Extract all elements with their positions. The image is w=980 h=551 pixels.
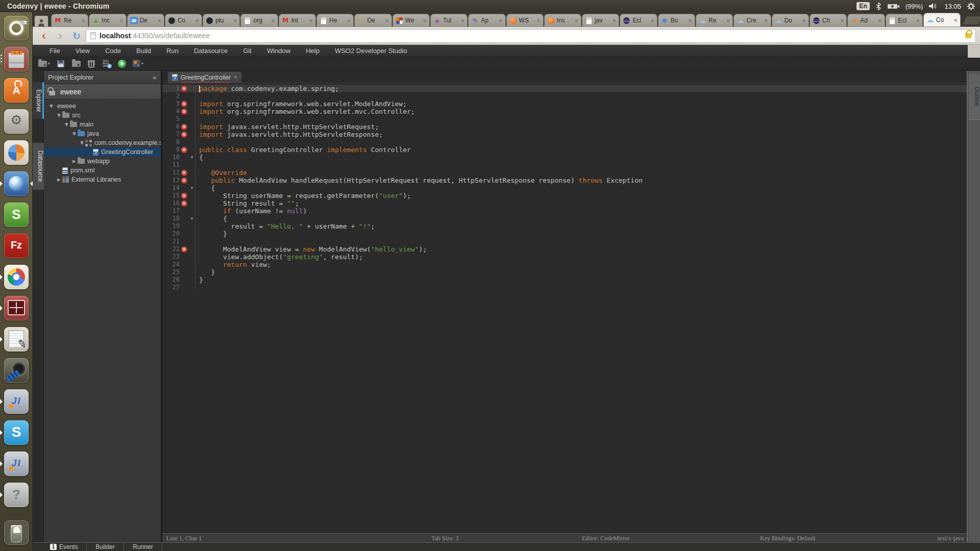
code-line[interactable]: 19 result = "Hello, " + userName + "!";	[162, 222, 967, 230]
menu-build[interactable]: Build	[129, 47, 159, 55]
browser-tab[interactable]: Bu×	[658, 14, 695, 27]
tab-explorer[interactable]: Explorer	[33, 82, 44, 119]
browser-tab[interactable]: Ecl×	[886, 14, 923, 27]
tab-close-icon[interactable]: ×	[81, 17, 88, 24]
workspace-row[interactable]: eweee	[44, 84, 161, 99]
tree-item-pom-xml[interactable]: pom.xml	[44, 166, 161, 175]
forward-button[interactable]: ›	[53, 29, 67, 42]
code-line[interactable]: 15× String userName = request.getParamet…	[162, 192, 967, 199]
session-gear-icon[interactable]	[967, 3, 975, 10]
bluetooth-icon[interactable]	[876, 3, 881, 10]
code-line[interactable]: 2	[162, 92, 967, 100]
browser-tab[interactable]: Co×	[165, 14, 202, 27]
error-marker-icon[interactable]: ×	[181, 147, 187, 153]
code-line[interactable]: 12× @Override	[162, 169, 967, 177]
browser-tab[interactable]: Cre×	[733, 14, 771, 27]
tab-close-icon[interactable]: ×	[535, 17, 543, 24]
browser-tab[interactable]: org×	[240, 14, 278, 27]
dropdown-caret-icon[interactable]: ▾	[48, 61, 50, 66]
battery-icon[interactable]	[887, 3, 899, 10]
tree-toggle-icon[interactable]: ▼	[71, 131, 78, 136]
code-line[interactable]: 3×import org.springframework.web.servlet…	[162, 100, 967, 108]
browser-tab[interactable]: Ins×	[544, 14, 581, 27]
close-project-button[interactable]	[70, 58, 82, 69]
browser-tab[interactable]: Re×	[696, 14, 733, 27]
menu-help[interactable]: Help	[298, 47, 327, 55]
tab-close-icon[interactable]: ×	[763, 17, 771, 24]
tab-close-icon[interactable]: ×	[649, 17, 657, 24]
browser-tab[interactable]: Ad×	[847, 14, 885, 27]
launcher-software-center[interactable]	[0, 78, 33, 103]
tab-close-icon[interactable]: ×	[384, 17, 391, 24]
delete-item-button[interactable]	[85, 58, 97, 69]
menu-window[interactable]: Window	[259, 47, 298, 55]
tab-close-icon[interactable]: ×	[460, 17, 468, 24]
tree-toggle-icon[interactable]: ▼	[79, 140, 85, 145]
run-button[interactable]	[116, 58, 128, 69]
tree-toggle-icon[interactable]: ▶	[71, 159, 78, 164]
browser-tab[interactable]: Inc×	[89, 14, 126, 27]
reload-button[interactable]: ↻	[69, 29, 84, 42]
code-line[interactable]: 11	[162, 161, 967, 169]
tab-outline[interactable]: Outline	[968, 74, 980, 120]
tab-close-icon[interactable]: ×	[725, 17, 733, 24]
error-marker-icon[interactable]: ×	[181, 124, 187, 130]
menu-view[interactable]: View	[68, 47, 97, 55]
collapse-panel-icon[interactable]: «	[152, 73, 157, 82]
menu-datasource[interactable]: Datasource	[186, 47, 235, 55]
menu-wso2-developer-studio[interactable]: WSO2 Developer Studio	[327, 47, 415, 55]
launcher-dash-home[interactable]	[0, 16, 33, 40]
build-button[interactable]	[101, 58, 113, 69]
browser-tab[interactable]: Tul×	[430, 14, 468, 27]
tab-close-icon[interactable]: ×	[346, 17, 354, 24]
tab-close-icon[interactable]: ×	[308, 17, 315, 24]
tree-toggle-icon[interactable]: ▼	[56, 113, 62, 118]
open-project-button[interactable]: ▾	[37, 58, 52, 69]
volume-icon[interactable]	[929, 3, 938, 10]
launcher-terminal-emulator[interactable]	[0, 296, 33, 320]
editor-tab[interactable]: GreetingController ×	[167, 71, 242, 83]
tree-item-main[interactable]: ▼main	[44, 120, 161, 129]
code-line[interactable]: 22× ModelAndView view = new ModelAndView…	[162, 245, 967, 253]
lock-icon[interactable]	[965, 33, 971, 38]
launcher-trash[interactable]	[0, 520, 33, 545]
code-line[interactable]: 10▾{	[162, 154, 967, 161]
url-text[interactable]: localhost:44350/ws/default/eweee	[100, 32, 210, 40]
code-line[interactable]: 14▾ {	[162, 184, 967, 192]
error-marker-icon[interactable]: ×	[181, 178, 187, 184]
browser-tab[interactable]: Ecl×	[620, 14, 657, 27]
code-line[interactable]: 26}	[162, 276, 967, 284]
launcher-text-editor[interactable]	[0, 327, 33, 352]
window-titlebar[interactable]: Codenvy | eweee - Chromium En (99%) 13:0…	[0, 0, 980, 12]
browser-tab[interactable]: WS×	[506, 14, 544, 27]
launcher-green-s-app[interactable]	[0, 203, 33, 227]
error-marker-icon[interactable]: ×	[181, 246, 187, 253]
tab-close-icon[interactable]: ×	[270, 17, 278, 24]
tree-item-greetingcontroller[interactable]: GreetingController	[44, 147, 161, 157]
error-marker-icon[interactable]: ×	[181, 109, 187, 115]
save-button[interactable]	[55, 58, 67, 69]
tree-toggle-icon[interactable]: ▼	[63, 122, 70, 127]
code-line[interactable]: 27	[162, 284, 967, 291]
browser-tab[interactable]: De×	[354, 14, 391, 27]
menu-git[interactable]: Git	[235, 47, 259, 55]
error-marker-icon[interactable]: ×	[181, 132, 187, 138]
tab-close-icon[interactable]: ×	[877, 17, 885, 24]
tree-item-webapp[interactable]: ▶webapp	[44, 157, 161, 166]
address-bar[interactable]: localhost:44350/ws/default/eweee	[86, 29, 976, 43]
new-tab-button[interactable]	[963, 16, 980, 24]
browser-tab[interactable]: Int×	[279, 14, 316, 27]
menu-run[interactable]: Run	[159, 47, 186, 55]
code-line[interactable]: 24 return view;	[162, 261, 967, 268]
code-editor[interactable]: 1×package com.codenvy.example.spring;23×…	[162, 83, 967, 533]
code-line[interactable]: 8	[162, 138, 967, 146]
browser-tab[interactable]: 90+Re×	[51, 14, 88, 27]
tab-close-icon[interactable]: ×	[953, 16, 961, 24]
error-marker-icon[interactable]: ×	[181, 170, 187, 176]
bottom-tab-events[interactable]: 1Events	[33, 543, 87, 551]
launcher-chrome-browser[interactable]	[0, 265, 33, 289]
tab-close-icon[interactable]: ×	[194, 17, 202, 24]
code-line[interactable]: 25 }	[162, 268, 967, 276]
menu-file[interactable]: File	[42, 47, 68, 55]
code-line[interactable]: 16× String result = "";	[162, 199, 967, 207]
